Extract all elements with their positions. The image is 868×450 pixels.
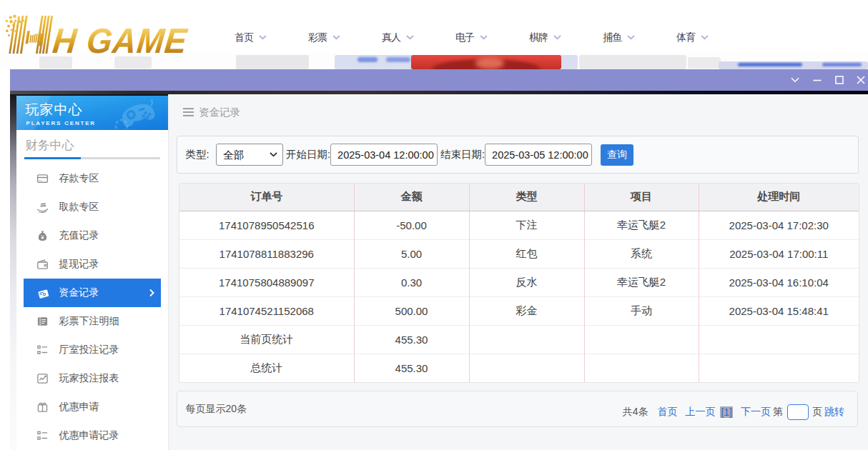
table-row: 1741078950542516-50.00下注幸运飞艇22025-03-04 … — [179, 211, 859, 239]
window-body: 玩家中心 PLAYERS CENTER 财务中心 存款专区取款专区充值记录提现记… — [10, 94, 868, 450]
menu-burger-icon[interactable] — [183, 108, 194, 116]
table-row: 17410758048890970.30反水幸运飞艇22025-03-04 16… — [179, 268, 859, 296]
player-report-chart-icon — [36, 372, 49, 384]
withdrawal-wallet-icon — [36, 258, 49, 270]
nav-item-2[interactable]: 彩票 — [308, 31, 382, 44]
page: H GAME 首页彩票真人电子棋牌捕鱼体育 — [0, 0, 868, 450]
table-cell — [469, 354, 584, 382]
table-cell: 455.30 — [354, 354, 469, 382]
sidebar-item-7[interactable]: 厅室投注记录 — [24, 336, 162, 364]
sidebar-item-9[interactable]: 优惠申请 — [24, 393, 162, 421]
chevron-right-icon — [149, 289, 154, 296]
column-header: 类型 — [469, 184, 584, 211]
jump-suffix-text: 页 — [812, 406, 822, 419]
table-row: 17410788118832965.00红包系统2025-03-04 17:00… — [179, 239, 859, 268]
table-cell: 500.00 — [354, 296, 469, 325]
jump-link[interactable]: 跳转 — [824, 406, 844, 419]
nav-item-4[interactable]: 电子 — [455, 31, 529, 44]
start-date-input[interactable] — [330, 144, 438, 166]
nav-item-6[interactable]: 捕鱼 — [603, 31, 676, 44]
filter-bar: 类型: 全部 开始日期: 结束日期: 查询 — [177, 136, 859, 174]
column-header: 项目 — [584, 184, 699, 211]
type-select[interactable]: 全部 — [216, 144, 283, 166]
sidebar-item-3[interactable]: 充值记录 — [24, 221, 162, 250]
jump-prefix-text: 第 — [773, 406, 783, 419]
table-cell: 1741075804889097 — [179, 268, 354, 296]
table-cell: 2025-03-04 17:00:11 — [699, 239, 859, 268]
table-cell: 幸运飞艇2 — [584, 211, 699, 239]
type-select-wrap: 全部 — [216, 144, 283, 166]
chevron-down-icon — [627, 35, 635, 40]
end-date-input[interactable] — [485, 144, 592, 166]
sidebar-item-6[interactable]: 彩票下注明细 — [24, 307, 162, 336]
nav-item-1[interactable]: 首页 — [235, 31, 308, 44]
next-page-link[interactable]: 下一页 — [741, 406, 771, 419]
table-cell — [584, 325, 699, 354]
background-page-peek — [0, 54, 868, 69]
table-cell: 彩金 — [469, 296, 584, 325]
chevron-down-icon — [701, 35, 709, 40]
window-minimize-icon[interactable] — [813, 69, 822, 91]
start-date-label: 开始日期: — [286, 148, 330, 161]
sidebar-item-label: 厅室投注记录 — [59, 344, 119, 356]
table-cell: 455.30 — [354, 325, 469, 354]
first-page-link[interactable]: 首页 — [657, 406, 677, 419]
table-cell — [699, 325, 859, 354]
table-cell — [469, 325, 584, 354]
sidebar-item-label: 玩家投注报表 — [59, 372, 119, 385]
table-cell: 系统 — [584, 239, 699, 268]
nav-item-7[interactable]: 体育 — [676, 31, 750, 44]
nav-item-5[interactable]: 棋牌 — [529, 31, 603, 44]
query-button[interactable]: 查询 — [601, 144, 633, 166]
table-cell: 2025-03-04 15:48:41 — [699, 296, 859, 325]
table-cell: 幸运飞艇2 — [584, 268, 699, 296]
table-cell: 手动 — [584, 296, 699, 325]
chevron-down-icon — [406, 35, 414, 40]
nav-item-label: 捕鱼 — [603, 31, 621, 44]
sidebar-item-label: 充值记录 — [59, 229, 99, 242]
table-row: 当前页统计455.30 — [179, 325, 859, 354]
hall-bets-list-icon — [36, 344, 49, 356]
table-cell: 当前页统计 — [179, 325, 354, 354]
sidebar-item-5[interactable]: 资金记录 — [24, 279, 162, 307]
sidebar-item-2[interactable]: 取款专区 — [24, 193, 162, 221]
table-cell: 下注 — [469, 211, 584, 239]
nav-item-label: 棋牌 — [529, 31, 548, 44]
sidebar-section-underline — [24, 157, 161, 159]
window-left-edge — [10, 94, 16, 450]
sidebar-section: 财务中心 — [24, 137, 161, 159]
breadcrumb: 资金记录 — [169, 94, 868, 130]
recharge-bag-icon — [36, 229, 49, 241]
sidebar-item-8[interactable]: 玩家投注报表 — [24, 364, 162, 393]
peek-banner-red — [411, 55, 561, 69]
prev-page-link[interactable]: 上一页 — [685, 406, 715, 419]
sidebar-item-1[interactable]: 存款专区 — [24, 164, 162, 193]
window-titlebar[interactable] — [10, 69, 868, 91]
promo-apply-icon — [36, 401, 49, 413]
table-header-row: 订单号金额类型项目处理时间 — [179, 184, 859, 211]
sidebar-subtitle: PLAYERS CENTER — [26, 120, 169, 126]
table-cell: 2025-03-04 17:02:30 — [699, 211, 859, 239]
total-count-text: 共4条 — [623, 406, 648, 419]
chevron-down-icon — [259, 35, 267, 40]
sidebar-item-4[interactable]: 提现记录 — [24, 250, 162, 279]
window-collapse-icon[interactable] — [791, 69, 799, 91]
window-maximize-icon[interactable] — [835, 69, 844, 91]
sidebar-item-label: 资金记录 — [59, 286, 99, 299]
table-cell — [699, 354, 859, 382]
window-close-icon[interactable] — [857, 69, 865, 91]
sidebar-menu: 存款专区取款专区充值记录提现记录资金记录彩票下注明细厅室投注记录玩家投注报表优惠… — [24, 164, 162, 450]
page-jump-input[interactable] — [787, 404, 809, 420]
table-cell: 总统计 — [179, 354, 354, 382]
sidebar-item-label: 提现记录 — [59, 258, 99, 271]
nav-item-3[interactable]: 真人 — [382, 31, 455, 44]
sidebar-item-10[interactable]: 优惠申请记录 — [24, 421, 162, 450]
page-size-text: 每页显示20条 — [186, 403, 247, 416]
column-header: 金额 — [354, 184, 469, 211]
current-page-indicator: [1] — [720, 406, 733, 418]
column-header: 处理时间 — [699, 184, 859, 211]
table-cell: 红包 — [469, 239, 584, 268]
nav-item-label: 首页 — [235, 31, 253, 44]
main-content: 资金记录 类型: 全部 开始日期: 结束日期: 查询 — [169, 94, 868, 450]
sidebar-title: 玩家中心 — [26, 101, 169, 119]
